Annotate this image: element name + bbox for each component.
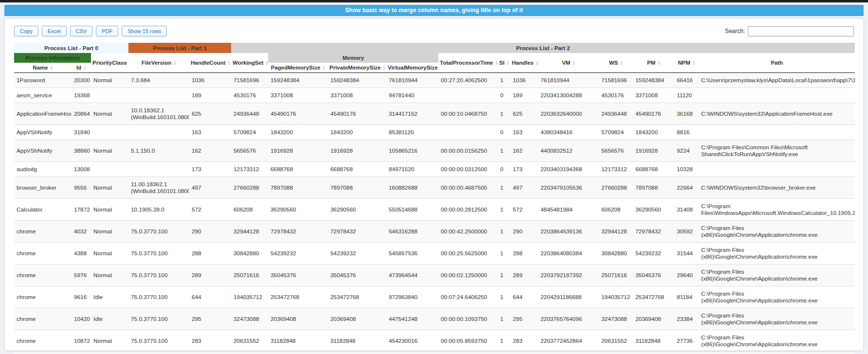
cell-ws: 12173312 (599, 162, 633, 177)
cell-ws: 5656576 (599, 140, 633, 162)
cell-id: 5976 (72, 265, 91, 286)
cell-paged_memory_size: 1843200 (268, 125, 328, 140)
search-input[interactable] (748, 26, 854, 36)
cell-npm: 30592 (674, 221, 699, 243)
col-header-si[interactable]: SI▲▼ (498, 53, 510, 73)
cell-virtual_memory_size: 550514688 (386, 199, 438, 221)
col-header-pagedmemorysize[interactable]: PagedMemorySize▲▼ (268, 63, 328, 73)
page-length-button[interactable]: Show 15 rows (122, 26, 167, 36)
col-header-path[interactable]: Path (699, 53, 855, 73)
cell-working_set: 4530176 (231, 88, 268, 103)
cell-pm: 36290560 (633, 199, 674, 221)
cell-file_version: 75.0.3770.100 (128, 265, 189, 286)
col-header-workingset[interactable]: WorkingSet▲▼ (231, 53, 268, 73)
col-header-privatememorysize[interactable]: PrivateMemorySize▲▼ (328, 63, 386, 73)
cell-name: chrome (14, 265, 72, 286)
cell-name: Calculator (14, 199, 72, 221)
cell-name: chrome (14, 221, 72, 243)
cell-priority_class: Normal (91, 221, 128, 243)
cell-priority_class: Normal (91, 352, 128, 354)
cell-private_memory_size: 35045376 (328, 265, 386, 286)
cell-id: 19368 (72, 88, 91, 103)
cell-handle_count: 295 (189, 308, 231, 330)
cell-name: chrome (14, 286, 72, 308)
col-header-fileversion[interactable]: FileVersion▲▼ (128, 53, 189, 73)
cell-vm: 4845481984 (538, 199, 599, 221)
col-header-id[interactable]: Id▲▼ (72, 63, 91, 73)
cell-id: 9616 (72, 286, 91, 308)
cell-private_memory_size: 1916928 (328, 140, 386, 162)
cell-handles: 295 (510, 308, 538, 330)
table-row: chrome4032Normal75.0.3770.10029032944128… (14, 221, 855, 243)
cell-paged_memory_size: 6688768 (268, 162, 328, 177)
cell-private_memory_size: 45490176 (328, 103, 386, 125)
export-buttons: Copy Excel CSV PDF Show 15 rows (14, 26, 167, 36)
cell-priority_class: Normal (91, 140, 128, 162)
cell-total_processor_time: 00:00:00.1093750 (438, 308, 498, 330)
cell-npm: 11120 (674, 88, 699, 103)
cell-vm: 4400832512 (538, 140, 599, 162)
cell-virtual_memory_size: 447541248 (386, 308, 438, 330)
col-header-priorityclass[interactable]: PriorityClass▲▼ (91, 53, 128, 73)
sort-icon: ▲▼ (83, 66, 86, 71)
table-row: chrome5976Normal75.0.3770.10028925071616… (14, 265, 855, 286)
table-row: ApplicationFrameHost20864Normal10.0.1836… (14, 103, 855, 125)
pdf-button[interactable]: PDF (96, 26, 118, 36)
cell-ws: 5709824 (599, 125, 633, 140)
col-header-ws[interactable]: WS▲▼ (599, 53, 633, 73)
cell-private_memory_size: 253472768 (328, 286, 386, 308)
cell-working_set: 266407936 (231, 352, 268, 354)
cell-si: 1 (498, 243, 510, 265)
cell-vm: 2203864080384 (538, 243, 599, 265)
cell-path: C:\WINDOWS\system32\ApplicationFrameHost… (699, 103, 855, 125)
cell-npm: 27736 (674, 330, 699, 352)
cell-handle_count: 625 (189, 103, 231, 125)
col-header-handles[interactable]: Handles▲▼ (510, 53, 538, 73)
copy-button[interactable]: Copy (14, 26, 38, 36)
cell-handle_count: 1036 (189, 73, 231, 88)
cell-handles: 644 (510, 286, 538, 308)
cell-total_processor_time: 00:00:25.5625000 (438, 243, 498, 265)
cell-npm: 66416 (674, 73, 699, 88)
cell-si: 1 (498, 308, 510, 330)
cell-pm: 35045376 (633, 265, 674, 286)
cell-ws: 194035712 (599, 286, 633, 308)
col-header-virtualmemorysize[interactable]: VirtualMemorySize▲▼ (386, 63, 438, 73)
cell-name: chrome (14, 308, 72, 330)
excel-button[interactable]: Excel (42, 26, 67, 36)
cell-file_version (128, 88, 189, 103)
col-header-handlecount[interactable]: HandleCount▲▼ (189, 53, 231, 73)
cell-path: C:\Program Files (x86)\Google\Chrome\App… (699, 286, 855, 308)
cell-paged_memory_size: 35045376 (268, 265, 328, 286)
cell-vm: 761810944 (538, 73, 599, 88)
cell-virtual_memory_size: 85381120 (386, 125, 438, 140)
cell-working_set: 24936448 (231, 103, 268, 125)
cell-name: ApplicationFrameHost (14, 103, 72, 125)
col-header-totalprocessortime[interactable]: TotalProcessorTime▲▼ (438, 53, 498, 73)
col-header-npm[interactable]: NPM▲▼ (674, 53, 699, 73)
csv-button[interactable]: CSV (70, 26, 93, 36)
cell-file_version: 75.0.3770.100 (128, 221, 189, 243)
cell-total_processor_time: 00:27:20.4062500 (438, 73, 498, 88)
cell-total_processor_time: 00:00:00.2812500 (438, 199, 498, 221)
cell-virtual_memory_size: 761810944 (386, 73, 438, 88)
cell-id: 17872 (72, 199, 91, 221)
group-title-part0: Process List - Part 0 (14, 43, 128, 53)
table-row: audiodg130081731217331266887686688768849… (14, 162, 855, 177)
cell-id: 4032 (72, 221, 91, 243)
cell-handles: 572 (510, 199, 538, 221)
cell-virtual_memory_size: 84971520 (386, 162, 438, 177)
col-header-pm[interactable]: PM▲▼ (633, 53, 674, 73)
cell-working_set: 25071616 (231, 265, 268, 286)
sort-icon: ▲▼ (322, 66, 325, 71)
cell-total_processor_time (438, 125, 498, 140)
cell-npm: 29640 (674, 265, 699, 286)
col-header-vm[interactable]: VM▲▼ (538, 53, 599, 73)
cell-pm: 1843200 (633, 125, 674, 140)
cell-handles: 288 (510, 243, 538, 265)
cell-vm: 2203403194368 (538, 162, 599, 177)
col-header-name[interactable]: Name▲▼ (14, 63, 72, 73)
cell-ws: 32944128 (599, 221, 633, 243)
cell-pm: 20369408 (633, 308, 674, 330)
cell-private_memory_size: 72978432 (328, 221, 386, 243)
